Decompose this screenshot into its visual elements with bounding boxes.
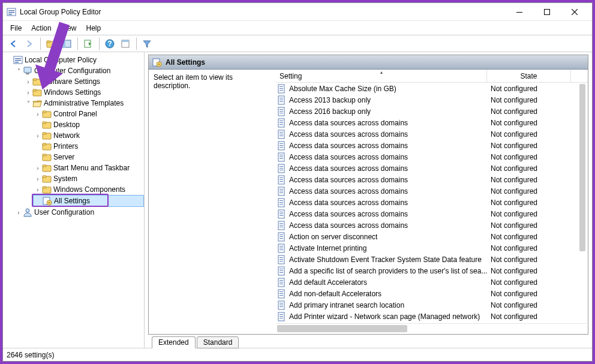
- menu-action[interactable]: Action: [26, 22, 56, 34]
- tree-windows-components[interactable]: ›Windows Components: [33, 184, 144, 195]
- setting-state: Not configured: [491, 244, 537, 252]
- setting-state: Not configured: [491, 107, 537, 116]
- show-hide-tree-button[interactable]: [59, 37, 74, 50]
- list-item[interactable]: Access data sources across domainsNot co…: [276, 219, 588, 231]
- list-item[interactable]: Add a specific list of search providers …: [276, 265, 588, 276]
- expand-toggle[interactable]: ›: [34, 132, 41, 139]
- expand-toggle[interactable]: ˅: [15, 67, 22, 74]
- tree-network[interactable]: ›Network: [33, 130, 144, 141]
- toolbar-separator: [77, 37, 79, 50]
- scrollbar-thumb[interactable]: [277, 325, 407, 332]
- policy-icon: [277, 186, 287, 196]
- forward-button[interactable]: [22, 37, 37, 50]
- list-item[interactable]: Access data sources across domainsNot co…: [276, 197, 588, 208]
- setting-state: Not configured: [491, 255, 537, 264]
- up-button[interactable]: [44, 37, 58, 50]
- setting-name: Add a specific list of search providers …: [289, 267, 487, 275]
- setting-state: Not configured: [491, 210, 537, 218]
- export-list-button[interactable]: [81, 37, 95, 50]
- setting-name: Access 2013 backup only: [289, 96, 371, 104]
- menu-help[interactable]: Help: [82, 22, 106, 34]
- list-item[interactable]: Activate Shutdown Event Tracker System S…: [276, 254, 588, 265]
- list-item[interactable]: Access data sources across domainsNot co…: [276, 208, 588, 219]
- list-item[interactable]: Add Printer wizard - Network scan page (…: [276, 311, 588, 322]
- list-item[interactable]: Activate Internet printingNot configured: [276, 242, 588, 254]
- tree-administrative-templates[interactable]: ˅Administrative Templates: [23, 98, 144, 109]
- maximize-button[interactable]: [533, 3, 561, 21]
- horizontal-scrollbar[interactable]: [277, 323, 587, 333]
- tree-user-configuration[interactable]: ›User Configuration: [14, 207, 144, 218]
- column-setting[interactable]: Setting▴: [276, 70, 487, 82]
- column-state[interactable]: State: [487, 70, 571, 82]
- list-item[interactable]: Access 2016 backup onlyNot configured: [276, 106, 588, 117]
- list-item[interactable]: Access 2013 backup onlyNot configured: [276, 94, 588, 106]
- policy-icon: [277, 152, 287, 162]
- close-button[interactable]: [561, 3, 588, 21]
- setting-name: Access data sources across domains: [289, 176, 408, 184]
- list-item[interactable]: Access data sources across domainsNot co…: [276, 185, 588, 197]
- list-item[interactable]: Access data sources across domainsNot co…: [276, 128, 588, 140]
- setting-name: Absolute Max Cache Size (in GB): [289, 85, 396, 93]
- expand-toggle[interactable]: ›: [34, 186, 41, 193]
- tree-windows-settings[interactable]: ›Windows Settings: [23, 87, 144, 98]
- expand-toggle[interactable]: ›: [15, 209, 22, 216]
- properties-button[interactable]: [118, 37, 133, 50]
- view-tabs: Extended Standard: [148, 335, 588, 348]
- list-item[interactable]: Add primary intranet search locationNot …: [276, 299, 588, 311]
- minimize-button[interactable]: [506, 3, 533, 21]
- list-item[interactable]: Access data sources across domainsNot co…: [276, 140, 588, 151]
- policy-icon: [277, 312, 287, 321]
- list-item[interactable]: Absolute Max Cache Size (in GB)Not confi…: [276, 83, 588, 94]
- back-button[interactable]: [7, 37, 21, 50]
- list-item[interactable]: Add non-default AcceleratorsNot configur…: [276, 288, 588, 299]
- pane-header: All Settings: [149, 55, 588, 70]
- tree-computer-configuration[interactable]: ˅Computer Configuration: [14, 65, 144, 76]
- tree-printers[interactable]: Printers: [33, 141, 144, 152]
- policy-icon: [277, 118, 287, 128]
- status-bar: 2646 setting(s): [3, 348, 592, 361]
- app-icon: [7, 7, 16, 17]
- settings-list[interactable]: Absolute Max Cache Size (in GB)Not confi…: [276, 83, 588, 323]
- tree-pane[interactable]: Local Computer Policy ˅Computer Configur…: [3, 52, 145, 348]
- list-item[interactable]: Access data sources across domainsNot co…: [276, 117, 588, 128]
- menu-file[interactable]: File: [5, 22, 26, 34]
- expand-toggle[interactable]: ›: [34, 110, 41, 118]
- expand-toggle[interactable]: ›: [25, 89, 32, 96]
- expand-toggle[interactable]: ›: [25, 78, 32, 85]
- policy-icon: [277, 175, 287, 185]
- list-item[interactable]: Action on server disconnectNot configure…: [276, 231, 588, 242]
- tree-software-settings[interactable]: ›Software Settings: [23, 76, 144, 87]
- setting-name: Access 2016 backup only: [289, 107, 371, 116]
- pane-title: All Settings: [166, 58, 205, 67]
- tree-all-settings[interactable]: All Settings: [33, 195, 144, 207]
- list-item[interactable]: Add default AcceleratorsNot configured: [276, 276, 588, 288]
- list-item[interactable]: Access data sources across domainsNot co…: [276, 163, 588, 174]
- tree-control-panel[interactable]: ›Control Panel: [33, 109, 144, 119]
- setting-state: Not configured: [491, 153, 537, 161]
- policy-icon: [277, 84, 287, 94]
- tree-server[interactable]: Server: [33, 152, 144, 163]
- setting-state: Not configured: [491, 96, 537, 104]
- expand-toggle[interactable]: ›: [34, 164, 41, 172]
- scrollbar-thumb[interactable]: [579, 84, 585, 251]
- menu-view[interactable]: View: [56, 22, 82, 34]
- expand-toggle[interactable]: ›: [34, 175, 41, 182]
- tree-start-menu-taskbar[interactable]: ›Start Menu and Taskbar: [33, 163, 144, 173]
- vertical-scrollbar[interactable]: [578, 84, 587, 323]
- help-button[interactable]: [103, 37, 117, 50]
- tab-standard[interactable]: Standard: [197, 336, 239, 348]
- tree-desktop[interactable]: Desktop: [33, 119, 144, 130]
- tree-root[interactable]: Local Computer Policy: [4, 55, 144, 65]
- setting-name: Access data sources across domains: [289, 153, 408, 161]
- svg-rect-24: [545, 9, 550, 14]
- setting-name: Access data sources across domains: [289, 164, 408, 173]
- tab-extended[interactable]: Extended: [152, 336, 196, 348]
- list-item[interactable]: Access data sources across domainsNot co…: [276, 174, 588, 185]
- setting-state: Not configured: [491, 312, 537, 321]
- tree-system[interactable]: ›System: [33, 173, 144, 184]
- expand-toggle[interactable]: ˅: [25, 100, 32, 107]
- policy-icon: [277, 164, 287, 173]
- filter-button[interactable]: [140, 37, 154, 50]
- setting-name: Access data sources across domains: [289, 142, 408, 150]
- list-item[interactable]: Access data sources across domainsNot co…: [276, 151, 588, 163]
